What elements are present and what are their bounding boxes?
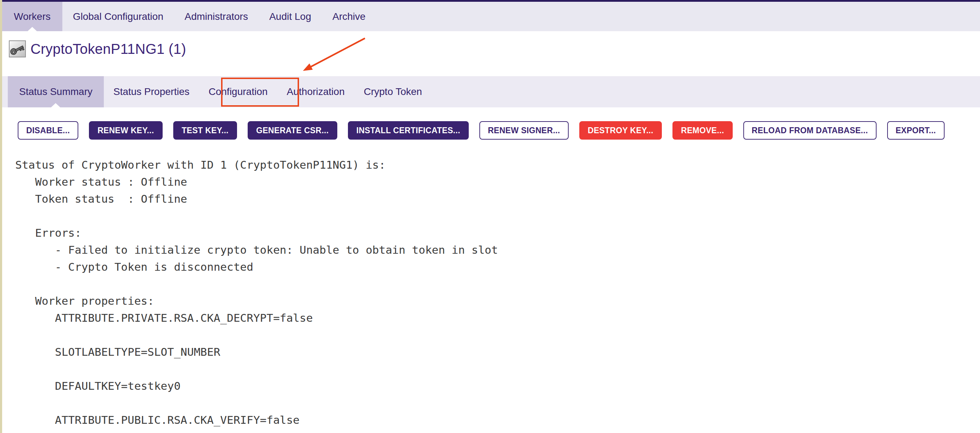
tab-configuration[interactable]: Configuration xyxy=(199,76,277,107)
generate-csr-button[interactable]: GENERATE CSR... xyxy=(248,121,337,140)
nav-item-global-configuration[interactable]: Global Configuration xyxy=(62,2,174,31)
nav-item-audit-log[interactable]: Audit Log xyxy=(259,2,322,31)
nav-item-archive[interactable]: Archive xyxy=(322,2,376,31)
test-key-button[interactable]: TEST KEY... xyxy=(173,121,237,140)
destroy-key-button[interactable]: DESTROY KEY... xyxy=(579,121,662,140)
nav-item-workers[interactable]: Workers xyxy=(2,2,62,31)
nav-item-label: Global Configuration xyxy=(73,11,163,22)
page-edge-strip xyxy=(0,0,2,433)
nav-item-label: Workers xyxy=(14,11,51,22)
renew-signer-button[interactable]: RENEW SIGNER... xyxy=(479,121,569,140)
tab-label: Configuration xyxy=(209,86,268,97)
tab-status-properties[interactable]: Status Properties xyxy=(104,76,199,107)
tab-status-summary[interactable]: Status Summary xyxy=(8,76,104,107)
tab-label: Status Summary xyxy=(19,86,92,97)
main-navbar: Workers Global Configuration Administrat… xyxy=(2,2,980,31)
tab-crypto-token[interactable]: Crypto Token xyxy=(354,76,431,107)
nav-item-label: Audit Log xyxy=(269,11,311,22)
active-indicator-notch xyxy=(28,27,37,31)
nav-item-label: Archive xyxy=(332,11,365,22)
tab-authorization[interactable]: Authorization xyxy=(277,76,354,107)
page-title-row: CryptoTokenP11NG1 (1) xyxy=(9,40,186,57)
page-title: CryptoTokenP11NG1 (1) xyxy=(30,41,186,57)
tab-label: Authorization xyxy=(286,86,344,97)
worker-tabbar: Status Summary Status Properties Configu… xyxy=(2,76,980,107)
renew-key-button[interactable]: RENEW KEY... xyxy=(89,121,162,140)
install-certificates-button[interactable]: INSTALL CERTIFICATES... xyxy=(348,121,469,140)
worker-status-output: Status of CryptoWorker with ID 1 (Crypto… xyxy=(15,156,498,428)
crypto-token-key-icon xyxy=(9,40,26,57)
export-button[interactable]: EXPORT... xyxy=(887,121,945,140)
signserver-admin-page: Workers Global Configuration Administrat… xyxy=(0,0,980,433)
remove-button[interactable]: REMOVE... xyxy=(673,121,733,140)
nav-item-administrators[interactable]: Administrators xyxy=(174,2,259,31)
disable-button[interactable]: DISABLE... xyxy=(18,121,78,140)
active-indicator-notch xyxy=(51,103,60,107)
worker-action-toolbar: DISABLE... RENEW KEY... TEST KEY... GENE… xyxy=(18,121,966,140)
tab-label: Status Properties xyxy=(113,86,189,97)
nav-item-label: Administrators xyxy=(185,11,248,22)
reload-from-database-button[interactable]: RELOAD FROM DATABASE... xyxy=(743,121,877,140)
tab-label: Crypto Token xyxy=(364,86,422,97)
